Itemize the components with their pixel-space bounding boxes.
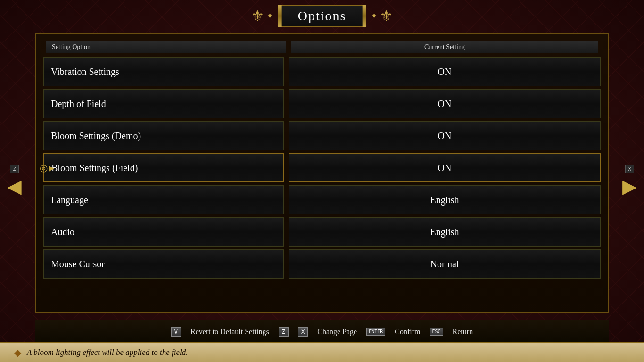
setting-label-language: Language: [51, 195, 88, 206]
title-ornament-left: ⚜ ✦: [251, 7, 273, 25]
title-container: ⚜ ✦ Options ✦ ⚜: [251, 5, 394, 27]
setting-label-vibration: Vibration Settings: [51, 66, 119, 77]
revert-label: Revert to Default Settings: [190, 328, 269, 336]
column-headers: Setting Option Current Setting: [43, 41, 601, 53]
setting-label-bloom-field: Bloom Settings (Field): [51, 163, 138, 173]
settings-list: Vibration Settings ON Depth of Field ON …: [43, 57, 601, 279]
return-label: Return: [453, 328, 473, 336]
setting-val-depth-of-field: ON: [438, 99, 452, 109]
setting-name-bloom-field: Bloom Settings (Field): [43, 153, 284, 182]
key-v-badge: V: [171, 327, 181, 337]
setting-name-mouse-cursor: Mouse Cursor: [43, 249, 284, 279]
setting-name-audio: Audio: [43, 217, 284, 247]
setting-row-audio[interactable]: Audio English: [43, 217, 601, 247]
setting-row-bloom-demo[interactable]: Bloom Settings (Demo) ON: [43, 121, 601, 150]
key-z-ctrl-badge: Z: [279, 327, 289, 337]
bottom-controls-bar: V Revert to Default Settings Z X Change …: [35, 320, 609, 343]
nav-left-arrow[interactable]: ◀: [7, 175, 22, 197]
setting-val-audio: English: [430, 227, 459, 238]
nav-right-arrow[interactable]: ▶: [622, 175, 637, 197]
key-enter-badge: ENTER: [366, 328, 385, 336]
setting-val-vibration: ON: [438, 66, 452, 77]
key-x-badge: X: [625, 165, 634, 173]
header-current-setting: Current Setting: [291, 41, 598, 53]
setting-name-language: Language: [43, 185, 284, 214]
change-page-label: Change Page: [317, 328, 357, 336]
selector-circle-icon: ◎: [40, 162, 48, 173]
selector-arrow-icon: ▶: [49, 164, 54, 173]
setting-name-depth-of-field: Depth of Field: [43, 89, 284, 118]
setting-row-bloom-field[interactable]: ◎ ▶ Bloom Settings (Field) ON: [43, 153, 601, 182]
setting-name-vibration: Vibration Settings: [43, 57, 284, 86]
setting-value-vibration: ON: [289, 57, 601, 86]
setting-row-language[interactable]: Language English: [43, 185, 601, 214]
key-z-badge: Z: [10, 165, 19, 173]
setting-row-mouse-cursor[interactable]: Mouse Cursor Normal: [43, 249, 601, 279]
setting-label-depth-of-field: Depth of Field: [51, 99, 106, 109]
header-setting-option: Setting Option: [46, 41, 286, 53]
setting-value-audio: English: [289, 217, 601, 247]
setting-label-audio: Audio: [51, 227, 74, 238]
key-x-ctrl-badge: X: [298, 327, 308, 337]
setting-val-language: English: [430, 195, 459, 206]
setting-val-bloom-demo: ON: [438, 131, 452, 141]
page-title: Options: [298, 8, 347, 23]
setting-row-depth-of-field[interactable]: Depth of Field ON: [43, 89, 601, 118]
setting-value-language: English: [289, 185, 601, 214]
row-selector: ◎ ▶: [40, 162, 54, 173]
setting-value-bloom-demo: ON: [289, 121, 601, 150]
main-panel: Setting Option Current Setting Vibration…: [35, 33, 609, 313]
setting-value-bloom-field: ON: [289, 153, 601, 182]
title-box: Options: [278, 5, 366, 27]
setting-label-mouse-cursor: Mouse Cursor: [51, 259, 105, 270]
setting-row-vibration[interactable]: Vibration Settings ON: [43, 57, 601, 86]
confirm-label: Confirm: [395, 328, 420, 336]
setting-val-mouse-cursor: Normal: [430, 259, 459, 270]
title-ornament-right: ✦ ⚜: [371, 7, 393, 25]
setting-val-bloom-field: ON: [438, 163, 452, 173]
description-text: A bloom lighting effect will be applied …: [27, 348, 188, 357]
description-bar: ◆ A bloom lighting effect will be applie…: [0, 342, 644, 362]
desc-ornament-left: ◆: [14, 347, 21, 358]
setting-name-bloom-demo: Bloom Settings (Demo): [43, 121, 284, 150]
setting-label-bloom-demo: Bloom Settings (Demo): [51, 131, 141, 141]
setting-value-mouse-cursor: Normal: [289, 249, 601, 279]
setting-value-depth-of-field: ON: [289, 89, 601, 118]
key-esc-badge: ESC: [430, 328, 443, 336]
